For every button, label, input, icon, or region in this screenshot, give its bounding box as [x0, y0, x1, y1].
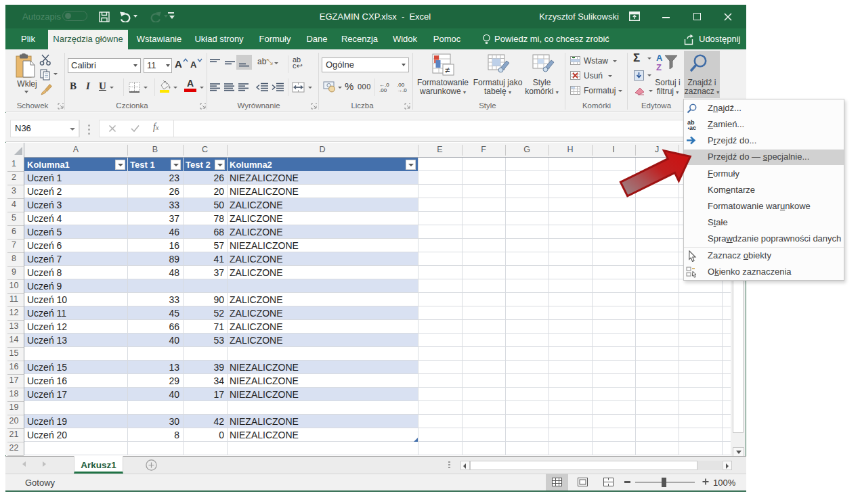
svg-text:.00: .00 [379, 87, 387, 93]
svg-text:→.0: →.0 [397, 87, 407, 93]
svg-text:ac: ac [689, 124, 696, 131]
svg-text:≠: ≠ [445, 65, 450, 75]
svg-text:A: A [656, 53, 663, 63]
svg-text:Z: Z [656, 62, 662, 72]
